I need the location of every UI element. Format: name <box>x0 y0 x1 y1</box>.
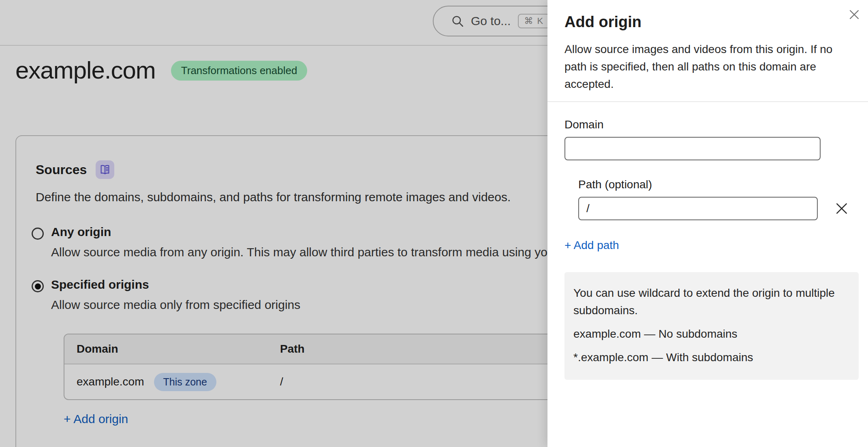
add-path-link[interactable]: + Add path <box>564 239 619 252</box>
wildcard-info-box: You can use wildcard to extend the origi… <box>564 272 859 380</box>
close-panel-button[interactable] <box>845 6 863 23</box>
path-field-label: Path (optional) <box>578 178 652 191</box>
info-box-example-no-subdomains: example.com — No subdomains <box>573 325 850 343</box>
path-group: Path (optional) <box>578 178 851 220</box>
domain-field-label: Domain <box>564 118 603 131</box>
remove-icon <box>834 200 850 217</box>
panel-description: Allow source images and videos from this… <box>564 40 856 93</box>
path-input[interactable] <box>578 197 818 220</box>
info-box-example-with-subdomains: *.example.com — With subdomains <box>573 349 850 366</box>
domain-input[interactable] <box>564 137 821 160</box>
add-origin-panel: Add origin Allow source images and video… <box>547 0 868 447</box>
panel-title: Add origin <box>564 12 851 32</box>
remove-path-button[interactable] <box>832 199 851 218</box>
close-icon <box>847 8 861 21</box>
info-box-intro: You can use wildcard to extend the origi… <box>573 284 850 319</box>
